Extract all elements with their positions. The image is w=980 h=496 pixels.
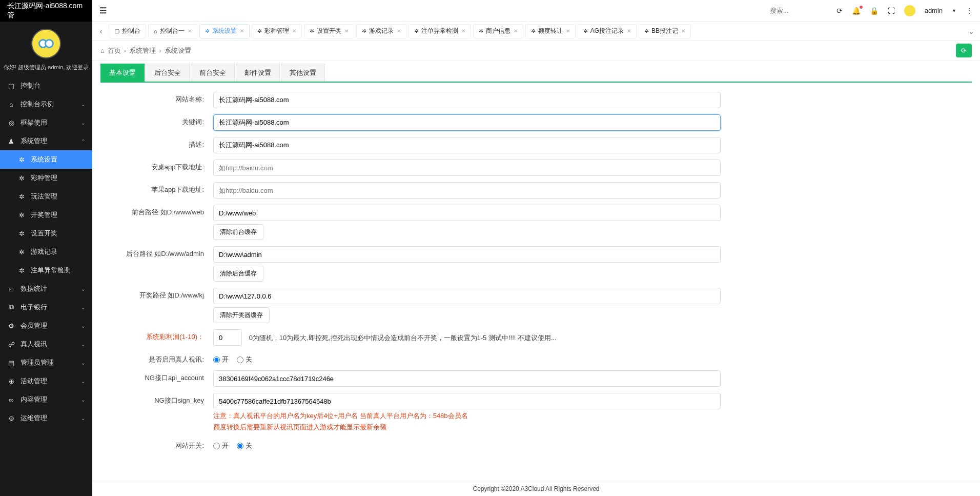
input-ng-account[interactable] xyxy=(213,370,721,387)
chevron-icon: ⌄ xyxy=(81,342,85,347)
tab-10[interactable]: ✲BB投注记✕ xyxy=(639,24,691,38)
subtab-0[interactable]: 基本设置 xyxy=(100,64,145,82)
note-balance: 额度转换后需要重新从视讯页面进入游戏才能显示最新余额 xyxy=(213,423,721,432)
close-icon[interactable]: ✕ xyxy=(240,28,244,34)
subtab-4[interactable]: 其他设置 xyxy=(281,64,325,82)
sidebar-item-7[interactable]: ✲开奖管理 xyxy=(0,206,92,224)
tabs-next-icon[interactable]: ⌄ xyxy=(966,27,977,35)
admin-name[interactable]: admin xyxy=(925,7,943,14)
close-icon[interactable]: ✕ xyxy=(627,28,631,34)
tab-label: 设置开奖 xyxy=(317,27,341,35)
sidebar-item-0[interactable]: ▢控制台 xyxy=(0,76,92,95)
nav-icon: ▤ xyxy=(7,359,15,367)
nav-label: 内容管理 xyxy=(21,395,47,404)
close-icon[interactable]: ✕ xyxy=(397,28,401,34)
label-front-path: 前台路径 如D:/www/web xyxy=(100,205,213,217)
input-keywords[interactable] xyxy=(213,114,721,131)
nav-label: 电子银行 xyxy=(21,303,47,312)
sidebar-item-17[interactable]: ∞内容管理⌄ xyxy=(0,390,92,409)
input-site-name[interactable] xyxy=(213,92,721,108)
sidebar-item-2[interactable]: ◎框架使用⌄ xyxy=(0,113,92,132)
sidebar-item-5[interactable]: ✲彩种管理 xyxy=(0,169,92,187)
close-icon[interactable]: ✕ xyxy=(514,28,518,34)
refresh-icon[interactable]: ⟳ xyxy=(836,7,843,15)
tab-1[interactable]: ⌂控制台一✕ xyxy=(148,24,197,38)
lock-icon[interactable]: 🔒 xyxy=(870,7,879,15)
tab-5[interactable]: ✲游戏记录✕ xyxy=(356,24,406,38)
sidebar-item-8[interactable]: ✲设置开奖 xyxy=(0,224,92,243)
page-refresh-button[interactable]: ⟳ xyxy=(956,44,972,57)
close-icon[interactable]: ✕ xyxy=(188,28,192,34)
input-desc[interactable] xyxy=(213,137,721,153)
radio-site-switch-off[interactable]: 关 xyxy=(237,441,252,450)
input-android[interactable] xyxy=(213,160,721,176)
caret-down-icon[interactable]: ▼ xyxy=(952,8,956,13)
radio-real-video: 开 关 xyxy=(213,352,721,364)
search-input[interactable] xyxy=(770,7,831,14)
tab-label: 注单异常检测 xyxy=(421,27,458,35)
input-admin-path[interactable] xyxy=(213,246,721,263)
crumb-l1[interactable]: 系统管理 xyxy=(129,46,156,55)
bell-icon[interactable]: 🔔 xyxy=(852,7,861,15)
close-icon[interactable]: ✕ xyxy=(566,28,570,34)
sidebar-item-12[interactable]: ⧉电子银行⌄ xyxy=(0,298,92,316)
nav-label: 游戏记录 xyxy=(31,247,57,256)
sidebar-item-1[interactable]: ⌂控制台示例⌄ xyxy=(0,95,92,113)
tab-icon: ▢ xyxy=(114,28,119,34)
btn-clear-front-cache[interactable]: 清除前台缓存 xyxy=(213,224,263,240)
sidebar-item-10[interactable]: ✲注单异常检测 xyxy=(0,261,92,280)
tab-8[interactable]: ✲额度转让✕ xyxy=(525,24,576,38)
nav-icon: ⌂ xyxy=(7,100,15,108)
btn-clear-kj-cache[interactable]: 清除开奖器缓存 xyxy=(213,307,270,323)
footer: Copyright ©2020 A3Cloud All Rights Reser… xyxy=(92,481,980,496)
sidebar-item-3[interactable]: ♟系统管理⌃ xyxy=(0,132,92,150)
nav-icon: ⊜ xyxy=(7,414,15,422)
sidebar-item-13[interactable]: ⚙会员管理⌄ xyxy=(0,316,92,335)
close-icon[interactable]: ✕ xyxy=(344,28,349,34)
subtab-3[interactable]: 邮件设置 xyxy=(236,64,280,82)
tab-icon: ✲ xyxy=(205,28,210,34)
sidebar-item-14[interactable]: ☍真人视讯⌄ xyxy=(0,335,92,353)
subtab-1[interactable]: 后台安全 xyxy=(146,64,190,82)
input-ng-sign[interactable] xyxy=(213,393,721,409)
sidebar-item-9[interactable]: ✲游戏记录 xyxy=(0,243,92,261)
sidebar-toggle-icon[interactable]: ☰ xyxy=(99,6,107,15)
radio-site-switch-on[interactable]: 开 xyxy=(213,441,229,450)
sidebar-item-6[interactable]: ✲玩法管理 xyxy=(0,187,92,206)
btn-clear-admin-cache[interactable]: 清除后台缓存 xyxy=(213,266,263,282)
nav-label: 活动管理 xyxy=(21,376,47,386)
nav-icon: ◎ xyxy=(7,118,15,127)
main-area: ☰ ⟳ 🔔 🔒 ⛶ admin ▼ ⋮ ‹ ▢控制台⌂控制台一✕✲系统设置✕✲彩… xyxy=(92,0,980,496)
close-icon[interactable]: ✕ xyxy=(461,28,465,34)
input-front-path[interactable] xyxy=(213,205,721,221)
tab-7[interactable]: ✲商户信息✕ xyxy=(473,24,523,38)
tab-6[interactable]: ✲注单异常检测✕ xyxy=(409,24,471,38)
tab-2[interactable]: ✲系统设置✕ xyxy=(199,24,250,38)
tab-4[interactable]: ✲设置开奖✕ xyxy=(304,24,354,38)
crumb-home[interactable]: 首页 xyxy=(108,46,121,55)
fullscreen-icon[interactable]: ⛶ xyxy=(888,7,895,15)
tab-label: AG投注记录 xyxy=(590,27,624,35)
input-kj-path[interactable] xyxy=(213,288,721,304)
chevron-icon: ⌄ xyxy=(81,286,85,292)
sidebar-item-15[interactable]: ▤管理员管理⌄ xyxy=(0,353,92,372)
chevron-icon: ⌄ xyxy=(81,102,85,107)
admin-avatar-icon[interactable] xyxy=(904,5,915,16)
subtab-2[interactable]: 前台安全 xyxy=(191,64,235,82)
input-profit[interactable] xyxy=(213,329,242,346)
sidebar-item-16[interactable]: ⊕活动管理⌄ xyxy=(0,372,92,390)
close-icon[interactable]: ✕ xyxy=(292,28,296,34)
label-desc: 描述: xyxy=(100,137,213,149)
tabs-prev-icon[interactable]: ‹ xyxy=(95,27,107,35)
sidebar-item-18[interactable]: ⊜运维管理⌄ xyxy=(0,409,92,427)
more-icon[interactable]: ⋮ xyxy=(966,7,973,15)
tab-3[interactable]: ✲彩种管理✕ xyxy=(252,24,302,38)
sidebar-item-4[interactable]: ✲系统设置 xyxy=(0,150,92,169)
tab-0[interactable]: ▢控制台 xyxy=(109,24,146,38)
radio-real-video-off[interactable]: 关 xyxy=(237,355,252,364)
tab-9[interactable]: ✲AG投注记录✕ xyxy=(578,24,637,38)
radio-real-video-on[interactable]: 开 xyxy=(213,355,229,364)
close-icon[interactable]: ✕ xyxy=(681,28,685,34)
sidebar-item-11[interactable]: ⏍数据统计⌄ xyxy=(0,280,92,298)
input-ios[interactable] xyxy=(213,182,721,199)
